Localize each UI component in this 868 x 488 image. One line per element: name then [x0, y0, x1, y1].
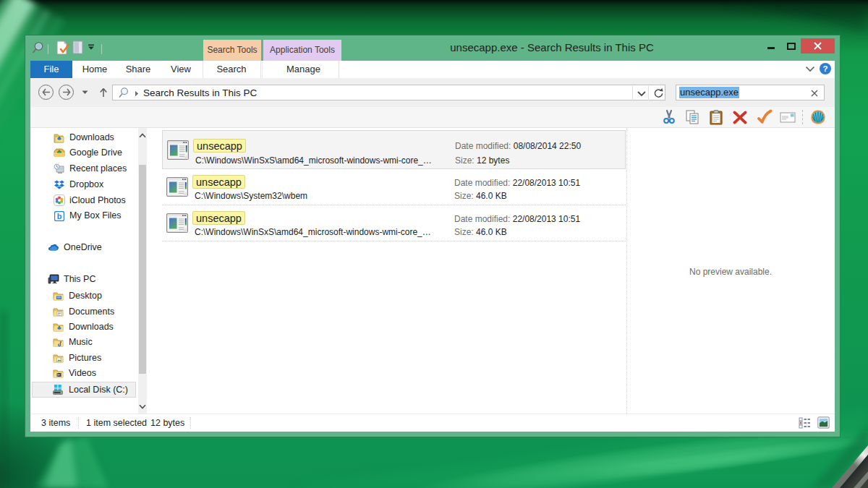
svg-text:b: b	[57, 212, 62, 221]
